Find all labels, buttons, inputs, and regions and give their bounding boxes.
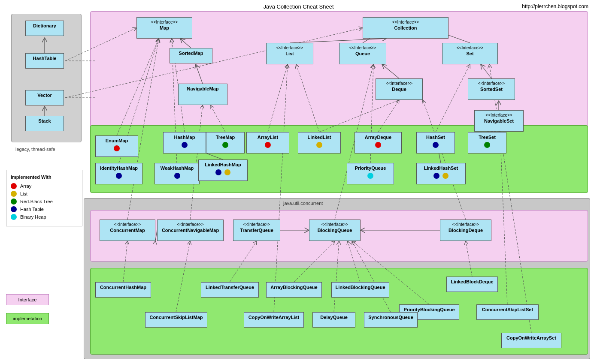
dot-blue — [11, 206, 17, 212]
class-linkedlist: LinkedList — [298, 132, 341, 153]
page-title: Java Collection Cheat Sheet — [263, 3, 333, 10]
page-url: http://pierrchen.blogspot.com — [522, 3, 588, 9]
class-collection: <<Interface>> Collection — [363, 17, 449, 39]
legend-heap: Binary Heap — [11, 214, 78, 220]
class-concurrenthashmap: ConcurrentHashMap — [95, 282, 151, 298]
class-treeset: TreeSet — [468, 132, 506, 153]
class-concurrentskiplistmap: ConcurrentSkipListMap — [145, 312, 207, 328]
class-dictionary: Dictionary — [25, 21, 64, 36]
class-concurrentnavigablemap: <<Interface>> ConcurrentNavigableMap — [157, 220, 224, 241]
interface-legend-box: Interface — [6, 294, 49, 305]
legend-list: List — [11, 191, 78, 197]
impl-legend-label: implemetation — [13, 316, 42, 321]
impl-legend-box: implemetation — [6, 313, 49, 324]
class-treemap: TreeMap — [206, 132, 245, 153]
class-weakhashmap: WeakHashMap — [155, 163, 200, 184]
dot-green — [11, 199, 17, 205]
legacy-label: legacy, thread-safe — [15, 147, 55, 152]
legend-hashtable-label: Hash Table — [20, 207, 44, 212]
class-sortedmap: SortedMap — [170, 48, 212, 63]
class-transferqueue: <<Interface>> TransferQueue — [233, 220, 280, 241]
class-delayqueue: DelayQueue — [312, 312, 355, 328]
class-map: <<Interface>> Map — [136, 17, 192, 39]
class-synchronousqueue: SynchronousQueue — [364, 312, 418, 328]
class-arraydeque: ArrayDeque — [355, 132, 402, 153]
class-navigablemap: NavigableMap — [178, 84, 227, 105]
class-navigableset: <<Interface>> NavigableSet — [474, 110, 524, 132]
legend-rbt-label: Red-Black Tree — [20, 199, 53, 204]
legend-array-label: Array — [20, 184, 31, 189]
class-hashset: HashSet — [416, 132, 455, 153]
interface-legend-label: Interface — [18, 297, 37, 302]
legend-title: Implemented With — [11, 174, 78, 180]
class-list: <<Interface>> List — [266, 43, 313, 64]
legend-heap-label: Binary Heap — [20, 214, 46, 220]
class-set: <<Interface>> Set — [442, 43, 498, 64]
legend: Implemented With Array List Red-Black Tr… — [6, 170, 82, 226]
class-copyonwritearrayset: CopyOnWriteArraySet — [501, 333, 561, 348]
class-concurrentmap: <<Interface>> ConcurrentMap — [100, 220, 155, 241]
class-sortedset: <<Interface>> SortedSet — [468, 78, 515, 100]
class-concurrentskiplistset: ConcurrentSkipListSet — [476, 304, 539, 320]
class-deque: <<Interface>> Deque — [376, 78, 423, 100]
class-linkedblockdeque: LinkedBlockDeque — [446, 277, 498, 292]
class-linkedtransferqueue: LinkedTransferQueue — [201, 282, 259, 298]
class-stack: Stack — [25, 116, 64, 131]
concurrent-label: java.util.concurrent — [283, 201, 323, 206]
legend-rbt: Red-Black Tree — [11, 199, 78, 205]
legend-array: Array — [11, 183, 78, 189]
class-hashtable-legacy: HashTable — [25, 53, 64, 69]
class-hashmap: HashMap — [163, 132, 206, 153]
class-linkedhashmap: LinkedHashMap — [198, 159, 248, 181]
class-queue: <<Interface>> Queue — [339, 43, 386, 64]
class-priorityqueue: PriorityQueue — [347, 163, 394, 184]
class-vector: Vector — [25, 90, 64, 105]
legend-list-label: List — [20, 191, 27, 196]
class-arraylist: ArrayList — [246, 132, 289, 153]
dot-red — [11, 183, 17, 189]
class-arrayblockingqueue: ArrayBlockingQueue — [266, 282, 322, 298]
class-blockingqueue: <<Interface>> BlockingQueue — [309, 220, 361, 241]
class-blockingdeque: <<Interface>> BlockingDeque — [440, 220, 491, 241]
class-identityhashmap: IdentityHashMap — [95, 163, 142, 184]
dot-cyan — [11, 214, 17, 220]
class-linkedhashset: LinkedHashSet — [416, 163, 466, 184]
class-enummap: EnumMap — [95, 135, 138, 157]
dot-yellow — [11, 191, 17, 197]
class-copyonwritearraylist: CopyOnWriteArrayList — [244, 312, 304, 328]
legend-hashtable: Hash Table — [11, 206, 78, 212]
class-linkedblockingqueue: LinkedBlockingQueue — [331, 282, 389, 298]
